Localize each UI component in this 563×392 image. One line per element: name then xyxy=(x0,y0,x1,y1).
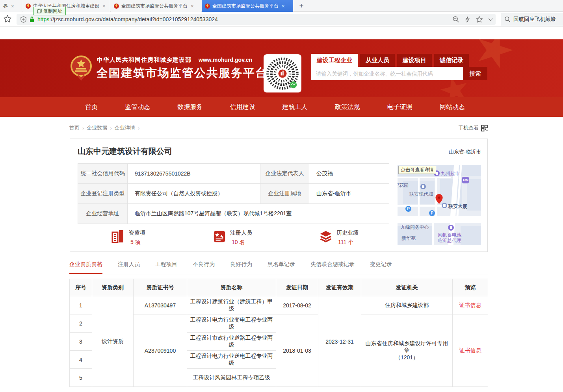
reg-place-value: 山东省-临沂市 xyxy=(309,184,389,204)
zoom-out-icon[interactable] xyxy=(452,16,459,23)
lightning-icon[interactable] xyxy=(465,16,470,23)
tab-title: 全国建筑市场监管公共服务平台 xyxy=(121,3,188,9)
issue-date: 2018-01-03 xyxy=(276,314,318,387)
close-icon[interactable]: × xyxy=(11,3,14,9)
building-pin-icon xyxy=(420,184,426,189)
col-header: 发证机关 xyxy=(361,279,453,296)
bookmark-star-icon[interactable] xyxy=(3,15,12,23)
legal-rep-value: 公茂福 xyxy=(309,164,389,184)
breadcrumb-separator: › xyxy=(110,125,111,131)
poi-lianan-tower: 联安大厦 xyxy=(448,203,467,210)
stat-value: 10 名 xyxy=(232,239,252,246)
url-bar-icons xyxy=(452,16,492,23)
search-button[interactable]: 搜索 xyxy=(463,67,487,80)
authority-line1: 山东省住房和城乡建设厅许可专用章 xyxy=(363,340,451,354)
stat-label: 历史业绩 xyxy=(336,229,359,237)
tab-good-behavior[interactable]: 良好行为 xyxy=(230,261,252,274)
breadcrumb-company-data[interactable]: 企业数据 xyxy=(87,124,107,131)
col-header: 资质名称 xyxy=(187,279,276,296)
mobile-view-button[interactable]: 手机查看 xyxy=(458,124,488,131)
nav-item-data-service[interactable]: 数据服务 xyxy=(177,103,203,111)
poi-supermarket: 九州超市 xyxy=(441,170,460,177)
tab-bad-behavior[interactable]: 不良行为 xyxy=(193,261,215,274)
ministry-name: 中华人民共和国住房和城乡建设部 xyxy=(97,56,191,63)
col-header: 预览 xyxy=(453,279,488,296)
field-label: 企业经营地址 xyxy=(78,204,128,224)
breadcrumb-company-detail[interactable]: 企业详情 xyxy=(115,124,135,131)
shield-icon[interactable] xyxy=(20,16,26,23)
favorite-star-icon[interactable] xyxy=(476,16,483,23)
tab-change-records[interactable]: 变更记录 xyxy=(370,261,392,274)
nav-item-workers[interactable]: 建筑工人 xyxy=(282,103,308,111)
field-label: 企业法定代表人 xyxy=(260,164,309,184)
nav-item-home[interactable]: 首页 xyxy=(85,103,98,111)
search-tab-enterprise[interactable]: 建设工程企业 xyxy=(311,54,358,67)
nav-item-policy[interactable]: 政策法规 xyxy=(335,103,360,111)
tab-dishonesty-records[interactable]: 失信联合惩戒记录 xyxy=(310,261,355,274)
poi-lianan-city: 联安现代城 xyxy=(409,191,433,198)
breadcrumb-home[interactable]: 首页 xyxy=(69,124,80,131)
search-tab-personnel[interactable]: 从业人员 xyxy=(360,54,395,67)
qualification-name: 工程设计电力行业送电工程专业丙级 xyxy=(187,351,276,369)
tab-registered-personnel[interactable]: 注册人员 xyxy=(118,261,140,274)
qualification-name: 工程设计风景园林工程专项乙级 xyxy=(187,369,276,387)
search-tab-project[interactable]: 建设项目 xyxy=(397,54,432,67)
close-icon[interactable]: × xyxy=(102,3,106,9)
field-label: 企业登记注册类型 xyxy=(78,184,128,204)
tab-title: 界 xyxy=(3,3,8,9)
browser-tab-jzsc-1[interactable]: 全国建筑市场监管公共服务平台 × xyxy=(111,0,201,12)
tab-qualifications[interactable]: 企业资质资格 xyxy=(69,261,102,274)
row-no: 3 xyxy=(70,333,92,351)
certificate-info-link[interactable]: 证书信息 xyxy=(459,347,481,353)
new-tab-button[interactable]: + xyxy=(296,1,307,11)
issue-date: 2017-08-02 xyxy=(276,296,318,314)
col-header: 资质类别 xyxy=(92,279,134,296)
browser-tab-jzsc-active[interactable]: 全国建筑市场监管公共服务平台 × xyxy=(202,0,293,12)
browser-tab-bar: 界 × 中华人民共和国住房和城乡建设 × 全国建筑市场监管公共服务平台 × 全国… xyxy=(0,0,563,12)
company-region: 山东省-临沂市 xyxy=(449,148,481,155)
keyword-search-input[interactable] xyxy=(311,67,463,80)
company-location-map[interactable]: 点击可查看详情 九州超市 ATM 纪花园 联安现代城 联安大厦 P P 九峰商务… xyxy=(398,165,481,245)
url-text[interactable]: https://jzsc.mohurd.gov.cn/data/company/… xyxy=(37,16,218,22)
ministry-website: www.mohurd.gov.cn xyxy=(199,57,252,63)
nav-item-elicense[interactable]: 电子证照 xyxy=(387,103,412,111)
poi-garden: 纪花园 xyxy=(398,182,409,189)
nav-item-site-news[interactable]: 网站动态 xyxy=(440,103,465,111)
col-header: 序号 xyxy=(70,279,92,296)
browser-url-row: https://jzsc.mohurd.gov.cn/data/company/… xyxy=(0,12,563,27)
nav-item-credit[interactable]: 信用建设 xyxy=(230,103,255,111)
credit-code-value: 91371302675501022B xyxy=(128,164,260,184)
qr-code xyxy=(264,54,301,92)
breadcrumb-separator: › xyxy=(138,125,139,131)
close-icon[interactable]: × xyxy=(191,3,194,9)
chevron-down-icon[interactable] xyxy=(489,17,493,21)
qualification-name: 工程设计建筑行业（建筑工程）甲级 xyxy=(187,296,276,314)
tab-projects[interactable]: 工程项目 xyxy=(155,261,177,274)
url-field[interactable]: https://jzsc.mohurd.gov.cn/data/company/… xyxy=(17,14,496,25)
tab-blacklist[interactable]: 黑名单记录 xyxy=(268,261,295,274)
company-card: 山东中元建筑设计有限公司 山东省-临沂市 统一社会信用代码 9137130267… xyxy=(70,139,488,252)
cert-no: A237009100 xyxy=(134,314,187,387)
lock-icon xyxy=(30,16,34,22)
nav-item-supervision[interactable]: 监管动态 xyxy=(125,103,150,111)
certificate-info-link[interactable]: 证书信息 xyxy=(459,302,481,308)
stat-qualifications: 资质项 5 项 xyxy=(111,229,145,246)
search-tab-credit[interactable]: 诚信记录 xyxy=(434,54,469,67)
quick-search-box[interactable]: 国航回应飞机颠簸 xyxy=(501,13,563,26)
company-name: 山东中元建筑设计有限公司 xyxy=(78,146,172,157)
site-nav: 首页 监管动态 数据服务 信用建设 建筑工人 政策法规 电子证照 网站动态 xyxy=(0,97,563,117)
stat-value: 111 个 xyxy=(338,239,359,246)
platform-title: 全国建筑市场监管公共服务平台 xyxy=(97,65,268,81)
tab-title: 全国建筑市场监管公共服务平台 xyxy=(212,3,279,9)
atm-badge: ATM xyxy=(462,177,469,183)
browser-tab-partial[interactable]: 界 × xyxy=(0,0,22,12)
qr-icon xyxy=(481,125,488,131)
poi-business-center: 九峰商务中心 xyxy=(401,224,429,231)
mini-program-code-icon xyxy=(265,56,300,91)
emblem-favicon-icon xyxy=(205,4,210,9)
national-emblem-logo xyxy=(71,55,92,85)
close-icon[interactable]: × xyxy=(282,3,285,9)
stat-value: 5 项 xyxy=(130,239,145,246)
detail-tabs: 企业资质资格 注册人员 工程项目 不良行为 良好行为 黑名单记录 失信联合惩戒记… xyxy=(69,261,488,274)
url-remainder: ://jzsc.mohurd.gov.cn/data/company/detai… xyxy=(49,16,217,22)
